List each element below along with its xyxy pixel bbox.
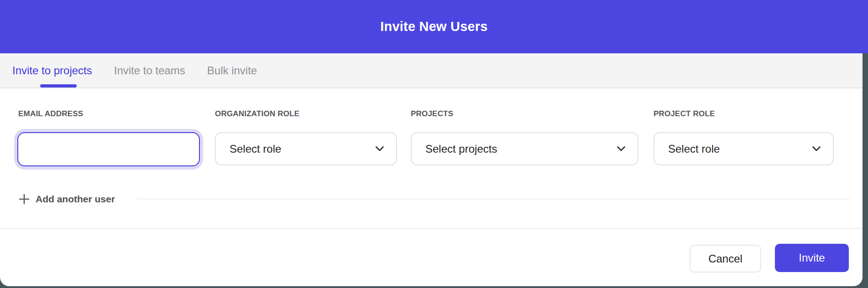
organization-role-value: Select role xyxy=(230,143,281,155)
email-address-label: EMAIL ADDRESS xyxy=(18,109,83,118)
footer-divider xyxy=(0,228,863,229)
project-role-value: Select role xyxy=(668,143,720,155)
organization-role-select[interactable]: Select role xyxy=(215,132,397,165)
tab-bar: Invite to projects Invite to teams Bulk … xyxy=(0,53,863,88)
projects-select[interactable]: Select projects xyxy=(411,132,638,165)
dialog-header: Invite New Users xyxy=(0,0,868,53)
projects-label: PROJECTS xyxy=(411,109,453,118)
organization-role-label: ORGANIZATION ROLE xyxy=(215,109,299,118)
dialog-title: Invite New Users xyxy=(380,19,487,34)
chevron-down-icon xyxy=(375,146,384,152)
projects-value: Select projects xyxy=(425,143,497,155)
plus-icon xyxy=(18,193,30,205)
active-tab-indicator xyxy=(40,84,77,87)
email-address-input[interactable] xyxy=(17,132,200,166)
chevron-down-icon xyxy=(617,146,626,152)
invite-button[interactable]: Invite xyxy=(775,244,849,272)
add-another-user-label: Add another user xyxy=(36,194,115,205)
row-divider xyxy=(137,199,850,199)
project-role-select[interactable]: Select role xyxy=(654,132,834,165)
chevron-down-icon xyxy=(812,146,821,152)
project-role-label: PROJECT ROLE xyxy=(654,109,715,118)
tab-invite-to-teams[interactable]: Invite to teams xyxy=(114,64,185,77)
add-another-user-button[interactable]: Add another user xyxy=(18,191,115,207)
tab-bulk-invite[interactable]: Bulk invite xyxy=(207,64,257,77)
tab-invite-to-projects[interactable]: Invite to projects xyxy=(12,64,92,77)
cancel-button[interactable]: Cancel xyxy=(690,245,761,273)
